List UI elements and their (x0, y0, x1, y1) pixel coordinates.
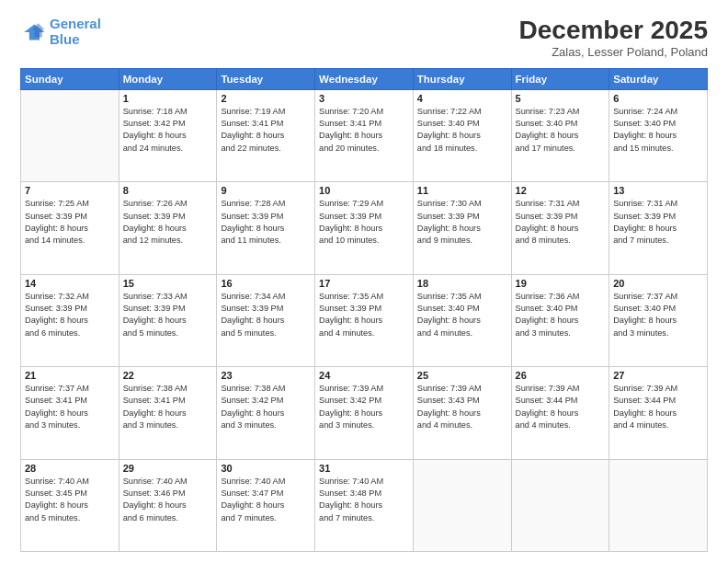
day-info: Sunrise: 7:28 AMSunset: 3:39 PMDaylight:… (221, 198, 311, 247)
day-number: 30 (221, 463, 311, 474)
weekday-row: SundayMondayTuesdayWednesdayThursdayFrid… (21, 68, 708, 89)
calendar-cell: 16Sunrise: 7:34 AMSunset: 3:39 PMDayligh… (217, 274, 315, 366)
calendar-cell: 5Sunrise: 7:23 AMSunset: 3:40 PMDaylight… (511, 89, 609, 181)
day-info: Sunrise: 7:40 AMSunset: 3:46 PMDaylight:… (123, 476, 213, 524)
day-info: Sunrise: 7:37 AMSunset: 3:40 PMDaylight:… (613, 291, 703, 339)
day-info: Sunrise: 7:40 AMSunset: 3:47 PMDaylight:… (221, 476, 311, 524)
page: General Blue December 2025 Zalas, Lesser… (0, 0, 728, 563)
day-info: Sunrise: 7:18 AMSunset: 3:42 PMDaylight:… (123, 106, 213, 155)
day-number: 19 (516, 278, 606, 289)
day-number: 21 (25, 370, 115, 381)
calendar-cell: 24Sunrise: 7:39 AMSunset: 3:42 PMDayligh… (315, 367, 414, 459)
day-info: Sunrise: 7:40 AMSunset: 3:45 PMDaylight:… (25, 476, 115, 524)
day-info: Sunrise: 7:24 AMSunset: 3:40 PMDaylight:… (613, 106, 703, 155)
day-number: 8 (123, 185, 213, 196)
weekday-header: Monday (119, 68, 217, 89)
day-number: 20 (613, 278, 703, 289)
calendar-cell (609, 459, 708, 551)
day-number: 28 (25, 463, 115, 474)
day-number: 5 (516, 93, 606, 104)
day-info: Sunrise: 7:31 AMSunset: 3:39 PMDaylight:… (516, 198, 606, 247)
calendar-week-row: 28Sunrise: 7:40 AMSunset: 3:45 PMDayligh… (21, 459, 708, 551)
day-number: 7 (25, 185, 115, 196)
calendar-cell: 25Sunrise: 7:39 AMSunset: 3:43 PMDayligh… (413, 367, 511, 459)
day-info: Sunrise: 7:19 AMSunset: 3:41 PMDaylight:… (221, 106, 311, 155)
day-number: 14 (25, 278, 115, 289)
day-info: Sunrise: 7:30 AMSunset: 3:39 PMDaylight:… (417, 198, 507, 247)
day-number: 17 (319, 278, 409, 289)
day-number: 15 (123, 278, 213, 289)
day-number: 31 (319, 463, 409, 474)
day-info: Sunrise: 7:20 AMSunset: 3:41 PMDaylight:… (319, 106, 409, 155)
day-info: Sunrise: 7:39 AMSunset: 3:42 PMDaylight:… (319, 383, 409, 431)
calendar-cell: 14Sunrise: 7:32 AMSunset: 3:39 PMDayligh… (21, 274, 119, 366)
day-info: Sunrise: 7:22 AMSunset: 3:40 PMDaylight:… (417, 106, 507, 155)
calendar-cell: 18Sunrise: 7:35 AMSunset: 3:40 PMDayligh… (413, 274, 511, 366)
day-info: Sunrise: 7:35 AMSunset: 3:40 PMDaylight:… (417, 291, 507, 339)
day-info: Sunrise: 7:40 AMSunset: 3:48 PMDaylight:… (319, 476, 409, 524)
calendar-cell: 21Sunrise: 7:37 AMSunset: 3:41 PMDayligh… (21, 367, 119, 459)
day-number: 26 (516, 370, 606, 381)
day-number: 29 (123, 463, 213, 474)
calendar-cell: 7Sunrise: 7:25 AMSunset: 3:39 PMDaylight… (21, 182, 119, 274)
calendar-week-row: 14Sunrise: 7:32 AMSunset: 3:39 PMDayligh… (21, 274, 708, 366)
day-number: 23 (221, 370, 311, 381)
day-info: Sunrise: 7:26 AMSunset: 3:39 PMDaylight:… (123, 198, 213, 247)
day-info: Sunrise: 7:29 AMSunset: 3:39 PMDaylight:… (319, 198, 409, 247)
calendar-cell: 17Sunrise: 7:35 AMSunset: 3:39 PMDayligh… (315, 274, 414, 366)
calendar-week-row: 7Sunrise: 7:25 AMSunset: 3:39 PMDaylight… (21, 182, 708, 274)
day-number: 27 (613, 370, 703, 381)
calendar-cell: 28Sunrise: 7:40 AMSunset: 3:45 PMDayligh… (21, 459, 119, 551)
day-number: 18 (417, 278, 507, 289)
calendar-cell: 27Sunrise: 7:39 AMSunset: 3:44 PMDayligh… (609, 367, 708, 459)
calendar-cell: 22Sunrise: 7:38 AMSunset: 3:41 PMDayligh… (119, 367, 217, 459)
calendar-cell: 30Sunrise: 7:40 AMSunset: 3:47 PMDayligh… (217, 459, 315, 551)
weekday-header: Thursday (413, 68, 511, 89)
weekday-header: Sunday (21, 68, 119, 89)
day-number: 12 (516, 185, 606, 196)
calendar-cell: 13Sunrise: 7:31 AMSunset: 3:39 PMDayligh… (609, 182, 708, 274)
header: General Blue December 2025 Zalas, Lesser… (20, 17, 708, 59)
calendar-cell (511, 459, 609, 551)
title-block: December 2025 Zalas, Lesser Poland, Pola… (519, 17, 708, 59)
calendar-cell: 1Sunrise: 7:18 AMSunset: 3:42 PMDaylight… (119, 89, 217, 181)
day-info: Sunrise: 7:35 AMSunset: 3:39 PMDaylight:… (319, 291, 409, 339)
calendar-cell: 10Sunrise: 7:29 AMSunset: 3:39 PMDayligh… (315, 182, 414, 274)
logo-line1: General (50, 16, 101, 31)
calendar-cell: 4Sunrise: 7:22 AMSunset: 3:40 PMDaylight… (413, 89, 511, 181)
day-number: 1 (123, 93, 213, 104)
calendar-cell: 23Sunrise: 7:38 AMSunset: 3:42 PMDayligh… (217, 367, 315, 459)
day-info: Sunrise: 7:39 AMSunset: 3:44 PMDaylight:… (516, 383, 606, 431)
calendar-cell: 20Sunrise: 7:37 AMSunset: 3:40 PMDayligh… (609, 274, 708, 366)
day-info: Sunrise: 7:39 AMSunset: 3:44 PMDaylight:… (613, 383, 703, 431)
day-info: Sunrise: 7:34 AMSunset: 3:39 PMDaylight:… (221, 291, 311, 339)
calendar-cell: 9Sunrise: 7:28 AMSunset: 3:39 PMDaylight… (217, 182, 315, 274)
calendar-body: 1Sunrise: 7:18 AMSunset: 3:42 PMDaylight… (21, 89, 708, 551)
calendar-cell: 19Sunrise: 7:36 AMSunset: 3:40 PMDayligh… (511, 274, 609, 366)
calendar-cell: 26Sunrise: 7:39 AMSunset: 3:44 PMDayligh… (511, 367, 609, 459)
day-info: Sunrise: 7:39 AMSunset: 3:43 PMDaylight:… (417, 383, 507, 431)
calendar-cell: 3Sunrise: 7:20 AMSunset: 3:41 PMDaylight… (315, 89, 414, 181)
day-number: 2 (221, 93, 311, 104)
day-info: Sunrise: 7:32 AMSunset: 3:39 PMDaylight:… (25, 291, 115, 339)
day-info: Sunrise: 7:36 AMSunset: 3:40 PMDaylight:… (516, 291, 606, 339)
day-number: 13 (613, 185, 703, 196)
weekday-header: Tuesday (217, 68, 315, 89)
location: Zalas, Lesser Poland, Poland (519, 45, 708, 59)
calendar-cell (21, 89, 119, 181)
day-number: 24 (319, 370, 409, 381)
day-info: Sunrise: 7:38 AMSunset: 3:42 PMDaylight:… (221, 383, 311, 431)
calendar-week-row: 1Sunrise: 7:18 AMSunset: 3:42 PMDaylight… (21, 89, 708, 181)
calendar-header: SundayMondayTuesdayWednesdayThursdayFrid… (21, 68, 708, 89)
day-info: Sunrise: 7:23 AMSunset: 3:40 PMDaylight:… (516, 106, 606, 155)
month-title: December 2025 (519, 17, 708, 45)
logo: General Blue (20, 17, 101, 47)
day-number: 9 (221, 185, 311, 196)
day-number: 3 (319, 93, 409, 104)
day-number: 6 (613, 93, 703, 104)
weekday-header: Friday (511, 68, 609, 89)
day-info: Sunrise: 7:25 AMSunset: 3:39 PMDaylight:… (25, 198, 115, 247)
logo-line2: Blue (50, 31, 80, 47)
calendar-cell: 8Sunrise: 7:26 AMSunset: 3:39 PMDaylight… (119, 182, 217, 274)
day-number: 25 (417, 370, 507, 381)
